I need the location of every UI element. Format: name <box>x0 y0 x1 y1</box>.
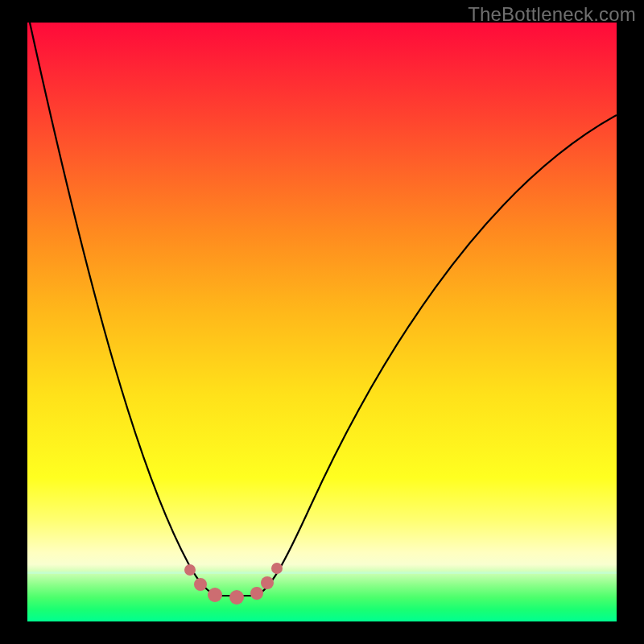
curve-dot-5 <box>261 576 274 589</box>
bottleneck-curve-path <box>30 23 617 596</box>
curve-dot-6 <box>271 563 283 574</box>
curve-dot-0 <box>184 564 196 576</box>
curve-dot-1 <box>194 578 207 591</box>
curve-dot-group <box>184 563 283 605</box>
curve-dot-4 <box>250 587 263 600</box>
curve-dot-3 <box>229 590 244 605</box>
curve-dot-2 <box>208 588 222 602</box>
bottleneck-curve-svg <box>27 23 617 621</box>
chart-gradient-area <box>27 23 617 621</box>
watermark-text: TheBottleneck.com <box>468 3 636 26</box>
